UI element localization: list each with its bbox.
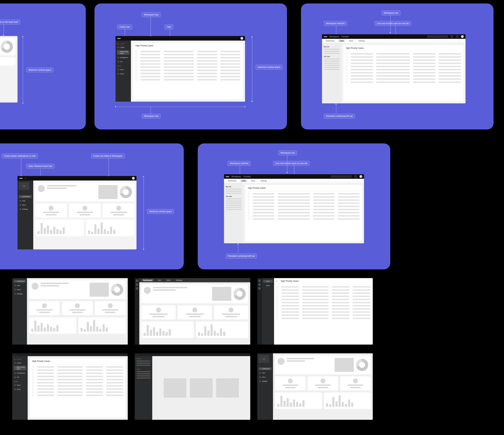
concept-card-2: Workspace nav Fusion nav Tabs now All Li…: [94, 3, 287, 129]
table-row: [135, 76, 241, 78]
thumb-fusion-list: now All Lists Cases High priority cases …: [12, 353, 128, 420]
contextual-left-nav[interactable]: My List All Lists: [322, 43, 341, 103]
tag-left-nav-5: Persistent contextual left nav: [226, 254, 257, 258]
search-input[interactable]: [427, 35, 448, 38]
topbar-workspaces[interactable]: Workspaces: [330, 36, 339, 38]
tag-workspace-switcher-3: Workspace switcher: [324, 21, 347, 26]
tile[interactable]: [164, 378, 186, 398]
wsnav-settings[interactable]: Settings: [357, 39, 367, 42]
tag-fusion-nav: Fusion nav: [117, 25, 132, 29]
workspace-nav-strip[interactable]: Dashboard Lists Inbox Settings: [322, 39, 466, 43]
thumb-dashboard-rail: Dashboard Lists Inbox Settings: [12, 278, 128, 345]
concept-card-5: Workspace nav Workspace switcher Lists a…: [198, 143, 390, 269]
table-row: [135, 63, 241, 65]
thumb-range-tiles: now Range Tags: [135, 353, 250, 420]
table-row: [135, 66, 241, 68]
collapsed-fusion-nav[interactable]: ⎚ Dashboard Lists Inbox Settings: [18, 180, 33, 249]
tag-hide-reveal: Hide / Reveal Fusion Nav: [26, 164, 54, 169]
donut-chart: [1, 41, 13, 53]
tag-workspace-nav-3: Workspace nav: [381, 10, 400, 15]
table-row: [135, 79, 241, 81]
concept-card-1: …xists on the base level: [0, 3, 86, 129]
thumb-dashboard-minirail: Dashboard Lists Inbox Settings: [135, 278, 250, 345]
list-title: High Priority Cases: [135, 44, 153, 47]
avatar[interactable]: [241, 37, 243, 40]
gear-icon[interactable]: [354, 175, 357, 178]
cast-icon: ⎚: [263, 357, 265, 361]
list-panel: High Priority Cases ··: [133, 43, 243, 99]
donut-chart: [120, 186, 132, 198]
thumb-collapsed-dashboard: ⎚ Dashboard Lists Inbox Settings: [257, 353, 373, 420]
concept-card-3: Workspace nav Workspace switcher Lists a…: [301, 3, 494, 129]
tag-tabs: Tabs: [164, 25, 173, 29]
help-icon[interactable]: [450, 35, 453, 38]
wsnav-inbox[interactable]: Inbox: [347, 39, 355, 42]
tag-workspace-nav: Workspace nav: [142, 12, 161, 17]
fusion-left-nav[interactable]: All Lists Cases High priority cases Esca…: [116, 41, 131, 102]
avatar[interactable]: [461, 35, 464, 38]
range-tags-panel[interactable]: Range Tags: [135, 356, 152, 420]
table-row: [135, 51, 241, 52]
tile[interactable]: [190, 378, 213, 398]
table-row: [135, 54, 241, 55]
concept-card-4: Could contain notifications or chat Hide…: [0, 143, 184, 269]
brand-logo: now: [117, 37, 121, 39]
thumb-list-twocol: Lists Inbox ▸High Priority Cases: [257, 278, 373, 345]
tag-notif: Could contain notifications or chat: [2, 154, 38, 159]
tag-left-nav-3: Persistent contextual left nav: [324, 114, 355, 119]
mock-dashboard-partial: [0, 36, 18, 103]
tag-max-vertical-2: Maximum vertical space: [255, 65, 283, 70]
mini-rail[interactable]: [135, 278, 139, 345]
gear-icon[interactable]: [456, 35, 459, 38]
tag-workspace-nav-bottom: Workspace nav: [142, 114, 161, 119]
cast-icon: ⎚: [23, 184, 25, 188]
wsnav-lists[interactable]: Lists: [338, 39, 345, 42]
tag-open-new-tab-3: Lists and records open as new tab: [375, 21, 411, 26]
tile[interactable]: [216, 378, 239, 398]
mock-collapsed-nav-dashboard: now ▾ ⎚ Dashboard Lists Inbox Settings: [18, 176, 136, 249]
table-row: [135, 73, 241, 74]
tag-workspace-nav-5: Workspace nav: [278, 151, 297, 155]
mock-workspace-list-5: now Workspaces Favorites Dashboard Lists…: [224, 174, 364, 243]
tag-open-new-tab-5: Lists and records open as new tab: [273, 161, 310, 166]
tag-max-vertical-1: Maximum vertical space: [26, 68, 53, 72]
tag-max-vertical-4: Maximum vertical space: [147, 209, 174, 214]
brand-logo: now: [324, 36, 327, 38]
tag-fusion-hides: Fusion nav hides in Workspace: [91, 154, 125, 159]
mock-fusion-list: now All Lists Cases High priority cases …: [116, 36, 245, 102]
table-row: [135, 70, 241, 71]
mock-workspace-list: now Workspaces Favorites Dashboard Lists…: [322, 34, 466, 103]
wsnav-dashboard[interactable]: Dashboard: [324, 39, 336, 42]
table-row: [135, 60, 241, 62]
table-row: [135, 57, 241, 59]
topbar-favorites[interactable]: Favorites: [342, 36, 349, 38]
tag-workspace-switcher-5: Workspace switcher: [227, 161, 251, 166]
tag-base-level: …xists on the base level: [0, 20, 20, 25]
